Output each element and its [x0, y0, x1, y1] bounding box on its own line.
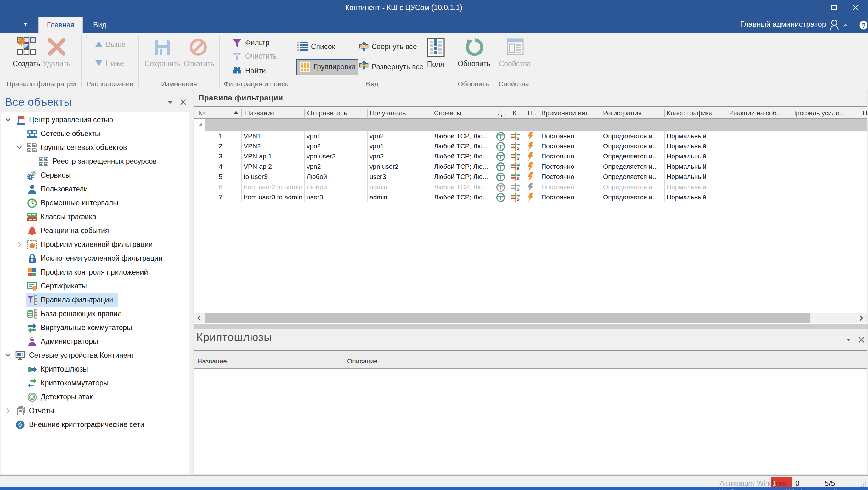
- svg-text:s: s: [517, 135, 520, 141]
- svg-text:s: s: [517, 196, 520, 202]
- svg-text:s: s: [517, 155, 520, 161]
- svg-text:s: s: [517, 145, 520, 151]
- svg-text:s: s: [517, 186, 520, 192]
- svg-text:s: s: [517, 165, 520, 171]
- svg-text:?: ?: [861, 21, 866, 29]
- svg-text:s: s: [517, 175, 520, 181]
